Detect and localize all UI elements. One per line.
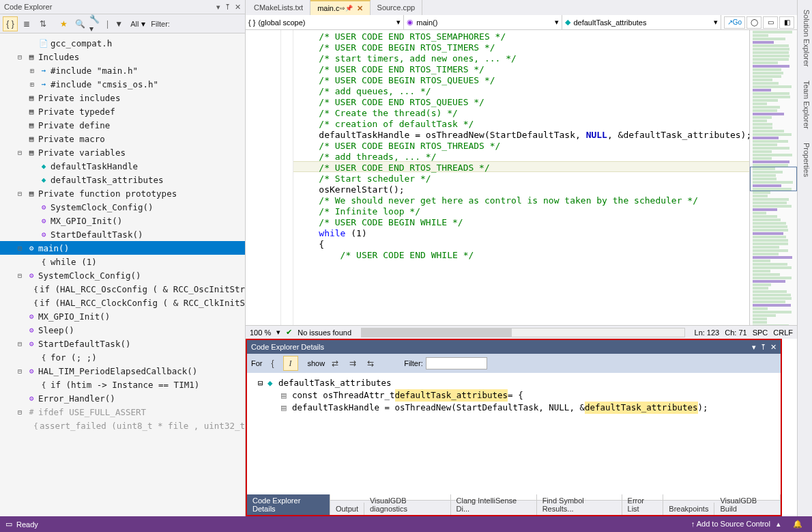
bottom-tab[interactable]: Breakpoints [663, 503, 714, 515]
tree-row[interactable]: ⚙MX_GPIO_Init() [0, 214, 245, 227]
tree-row[interactable]: ◆defaultTaskHandle [0, 159, 245, 173]
side-tab-team[interactable]: Team Explorer [798, 76, 812, 133]
doc-tab[interactable]: CMakeLists.txt [247, 0, 310, 15]
code-explorer-details-panel: Code Explorer Details ▾⤒✕ For { I show ⇄… [246, 339, 782, 516]
tree-row[interactable]: ⊟⚙SystemClock_Config() [0, 268, 245, 282]
sort-btn[interactable]: ⇅ [35, 16, 50, 31]
tree-row[interactable]: ⚙Error_Handler() [0, 391, 245, 405]
details-filter-input[interactable] [426, 357, 487, 369]
details-row[interactable]: ⊟◆ defaultTask_attributes [252, 377, 781, 389]
status-ready: Ready [16, 520, 38, 529]
tree-row[interactable]: ⊟⚙main() [0, 241, 245, 255]
tree-row[interactable]: {if (HAL_RCC_ClockConfig ( & RCC_ClkInit… [0, 296, 245, 309]
doc-tab[interactable]: main.c ⇨📌✕ [310, 0, 370, 15]
bottom-tab[interactable]: VisualGDB diagnostics [364, 494, 451, 515]
details-row[interactable]: ▤ const osThreadAttr_t defaultTask_attri… [252, 389, 781, 402]
zoom-level[interactable]: 100 % [250, 328, 271, 337]
cursor-btn[interactable]: I [283, 356, 298, 371]
tree-row[interactable]: 📄gcc_compat.h [0, 36, 245, 50]
close-icon[interactable]: ✕ [770, 343, 777, 352]
tree-row[interactable]: ▤Private includes [0, 91, 245, 104]
eol-mode: CRLF [773, 328, 793, 337]
bottom-tab[interactable]: Clang IntelliSense Di... [451, 494, 537, 515]
dropdown-icon[interactable]: ▾ [752, 343, 756, 352]
tree-row[interactable]: {while (1) [0, 255, 245, 268]
side-tab-properties[interactable]: Properties [798, 139, 812, 181]
tree-row[interactable]: ⊞→#include "cmsis_os.h" [0, 77, 245, 91]
tree-row[interactable]: ▤Private typedef [0, 104, 245, 118]
code-explorer-panel: Code Explorer ▾ ⤒ ✕ { } ≣ ⇅ ★ 🔍 🔧▾ | ▼ A… [0, 0, 246, 516]
outline-column [281, 30, 293, 325]
scope-func[interactable]: ◉main()▾ [404, 15, 562, 29]
tree-row[interactable]: ◆defaultTask_attributes [0, 173, 245, 186]
brace-btn[interactable]: { [265, 356, 280, 371]
filter-funnel-icon[interactable]: ▼ [111, 16, 126, 31]
tree-row[interactable]: ▤Private macro [0, 132, 245, 145]
bottom-tab[interactable]: Error List [622, 494, 664, 515]
details-tree[interactable]: ⊟◆ defaultTask_attributes▤ const osThrea… [247, 373, 781, 500]
bottom-tab[interactable]: VisualGDB Build [714, 494, 781, 515]
filter-label: Filter: [151, 20, 170, 28]
search-btn[interactable]: 🔍 [72, 16, 87, 31]
tree-row[interactable]: ⊟▤Private variables [0, 145, 245, 159]
panel-header: Code Explorer ▾ ⤒ ✕ [0, 0, 245, 14]
tree-row[interactable]: ⚙SystemClock_Config() [0, 200, 245, 214]
details-row[interactable]: ▤ defaultTaskHandle = osThreadNew(StartD… [252, 402, 781, 414]
horizontal-scrollbar[interactable] [361, 328, 684, 337]
pin-icon[interactable]: ⤒ [760, 343, 766, 352]
bottom-tab[interactable]: Output [330, 503, 364, 515]
wrench-btn[interactable]: 🔧▾ [89, 16, 104, 31]
code-editor[interactable]: /* USER CODE END RTOS_SEMAPHORES */ /* U… [293, 30, 749, 325]
outline-btn[interactable]: ≣ [19, 16, 34, 31]
document-tabs: CMakeLists.txtmain.c ⇨📌✕Source.cpp [246, 0, 797, 15]
tree-row[interactable]: ⊟▤Includes [0, 50, 245, 64]
bottom-tab[interactable]: Code Explorer Details [247, 494, 330, 515]
btn-a[interactable]: ⇄ [328, 356, 343, 371]
tree-row[interactable]: {if (HAL_RCC_OscConfig ( & RCC_OscInitSt… [0, 282, 245, 296]
tree-row[interactable]: ⊟#ifdef USE_FULL_ASSERT [0, 405, 245, 419]
code-tree[interactable]: 📄gcc_compat.h⊟▤Includes⊞→#include "main.… [0, 33, 245, 516]
nav-btn-3[interactable]: ◧ [779, 16, 794, 29]
side-tab-solution[interactable]: Solution Explorer [798, 5, 812, 71]
tree-row[interactable]: ⊟⚙HAL_TIM_PeriodElapsedCallback() [0, 364, 245, 378]
tree-row[interactable]: {for (; ;) [0, 350, 245, 364]
doc-tab[interactable]: Source.cpp [371, 0, 423, 15]
tree-row[interactable]: ⚙StartDefaultTask() [0, 227, 245, 241]
editor-status-bar: 100 %▾ ✔No issues found Ln: 123 Ch: 71 S… [246, 325, 797, 339]
brace-btn[interactable]: { } [3, 16, 18, 31]
pin-icon[interactable]: ⤒ [224, 3, 231, 12]
scope-bar: { }(global scope)▾ ◉main()▾ ◆defaultTask… [246, 15, 797, 30]
go-button[interactable]: ↗ Go [724, 16, 745, 29]
scope-sym[interactable]: ◆defaultTask_attributes▾ [562, 15, 721, 29]
close-icon[interactable]: ✕ [235, 3, 241, 12]
editor-gutter [246, 30, 281, 325]
minimap[interactable] [749, 30, 797, 325]
tree-row[interactable]: ▤Private define [0, 118, 245, 132]
col-indicator: Ch: 71 [725, 328, 746, 337]
tree-row[interactable]: ⊟▤Private function prototypes [0, 186, 245, 200]
btn-c[interactable]: ⇆ [363, 356, 378, 371]
scope-global[interactable]: { }(global scope)▾ [246, 15, 404, 29]
bell-icon[interactable]: 🔔 [793, 520, 802, 529]
dropdown-icon[interactable]: ▾ [216, 3, 220, 12]
filter-all[interactable]: All [130, 20, 139, 28]
tree-row[interactable]: ⚙MX_GPIO_Init() [0, 309, 245, 323]
show-label: show [308, 359, 325, 367]
bottom-tab-strip: Code Explorer DetailsOutputVisualGDB dia… [247, 500, 781, 515]
nav-btn-2[interactable]: ▭ [763, 16, 778, 29]
star-btn[interactable]: ★ [56, 16, 71, 31]
bottom-tab[interactable]: Find Symbol Results... [537, 494, 622, 515]
tree-row[interactable]: {assert_failed (uint8_t * file , uint32_… [0, 419, 245, 432]
nav-btn-1[interactable]: ◯ [746, 16, 762, 29]
tree-row[interactable]: ⚙Sleep() [0, 323, 245, 337]
issues-text: No issues found [298, 328, 351, 337]
btn-b[interactable]: ⇉ [345, 356, 360, 371]
source-control-btn[interactable]: ↑ Add to Source Control ▴ [691, 520, 781, 529]
status-bar: ▭Ready ↑ Add to Source Control ▴ 🔔 [0, 516, 812, 532]
panel-title: Code Explorer [4, 3, 52, 11]
for-label: For [251, 359, 263, 367]
tree-row[interactable]: {if (htim -> Instance == TIM1) [0, 378, 245, 391]
tree-row[interactable]: ⊞→#include "main.h" [0, 64, 245, 77]
bp-filter-label: Filter: [404, 359, 423, 367]
tree-row[interactable]: ⊟⚙StartDefaultTask() [0, 337, 245, 350]
